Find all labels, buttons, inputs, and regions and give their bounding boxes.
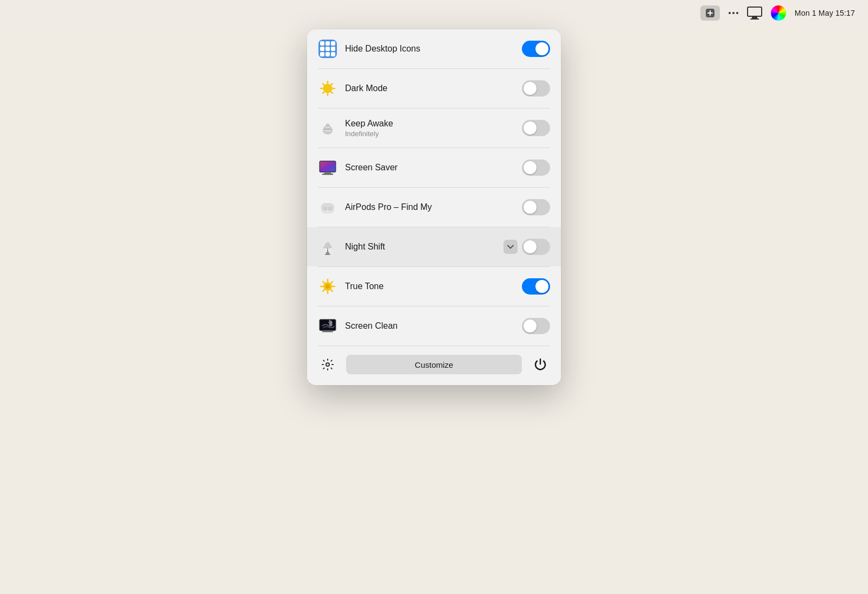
svg-rect-26: [325, 254, 330, 255]
svg-rect-2: [710, 10, 711, 16]
dark-mode-text: Dark Mode: [345, 83, 522, 93]
screen-clean-controls: [522, 318, 550, 334]
dark-mode-row: Dark Mode: [307, 69, 561, 108]
svg-rect-46: [322, 331, 334, 332]
one-switch-icon[interactable]: [700, 5, 720, 21]
svg-rect-27: [327, 248, 328, 252]
svg-point-44: [329, 320, 330, 322]
night-shift-row: Night Shift: [307, 227, 561, 266]
svg-rect-43: [328, 322, 330, 323]
svg-rect-42: [329, 321, 333, 326]
screen-clean-row: Screen Clean: [307, 306, 561, 346]
spectrum-icon[interactable]: [771, 5, 786, 21]
night-shift-toggle[interactable]: [522, 239, 550, 255]
true-tone-toggle[interactable]: [522, 278, 550, 295]
svg-line-29: [328, 249, 332, 251]
svg-line-14: [323, 92, 324, 93]
customize-button[interactable]: Customize: [346, 355, 522, 374]
keep-awake-controls: [522, 120, 550, 136]
true-tone-icon: [318, 277, 337, 296]
svg-line-28: [323, 249, 328, 251]
hide-desktop-icons-label: Hide Desktop Icons: [345, 43, 522, 54]
true-tone-text: True Tone: [345, 281, 522, 291]
svg-point-16: [326, 124, 329, 127]
night-shift-text: Night Shift: [345, 241, 503, 252]
airpods-controls: [522, 199, 550, 215]
svg-rect-4: [752, 17, 757, 18]
night-shift-controls: [503, 239, 550, 255]
night-shift-label: Night Shift: [345, 241, 503, 252]
hide-desktop-icons-controls: [522, 41, 550, 57]
screen-clean-toggle[interactable]: [522, 318, 550, 334]
airpods-text: AirPods Pro – Find My: [345, 202, 522, 212]
screen-saver-controls: [522, 159, 550, 176]
svg-rect-20: [324, 173, 331, 174]
customize-label: Customize: [415, 360, 454, 369]
hide-desktop-icons-toggle[interactable]: [522, 41, 550, 57]
svg-rect-25: [326, 252, 329, 254]
svg-point-39: [326, 284, 330, 289]
svg-rect-19: [320, 162, 335, 172]
keep-awake-text: Keep Awake Indefinitely: [345, 118, 522, 138]
airpods-toggle[interactable]: [522, 199, 550, 215]
datetime-display: Mon 1 May 15:17: [795, 9, 855, 17]
screen-clean-label: Screen Clean: [345, 321, 522, 331]
menubar: Mon 1 May 15:17: [0, 0, 868, 26]
keep-awake-row: Keep Awake Indefinitely: [307, 108, 561, 148]
screen-clean-icon: [318, 316, 337, 336]
bottom-bar: Customize: [307, 346, 561, 383]
power-button[interactable]: [531, 355, 550, 374]
screen-saver-text: Screen Saver: [345, 162, 522, 173]
svg-line-37: [331, 282, 333, 283]
svg-line-13: [331, 84, 333, 85]
screen-saver-toggle[interactable]: [522, 159, 550, 176]
svg-line-36: [331, 290, 333, 291]
svg-line-11: [323, 84, 324, 85]
svg-line-12: [331, 92, 333, 93]
keep-awake-toggle[interactable]: [522, 120, 550, 136]
svg-point-47: [326, 363, 329, 366]
dark-mode-toggle[interactable]: [522, 80, 550, 97]
screen-saver-label: Screen Saver: [345, 162, 522, 173]
screen-saver-row: Screen Saver: [307, 148, 561, 187]
svg-rect-5: [750, 18, 759, 20]
dark-mode-controls: [522, 80, 550, 97]
svg-rect-45: [324, 330, 331, 331]
night-shift-chevron-button[interactable]: [503, 240, 518, 254]
svg-rect-3: [748, 7, 762, 16]
true-tone-row: True Tone: [307, 267, 561, 306]
svg-line-38: [323, 290, 324, 291]
hide-desktop-icons-icon: [318, 39, 337, 59]
svg-rect-17: [324, 129, 331, 130]
popup-inner: Hide Desktop Icons: [307, 29, 561, 383]
hide-desktop-icons-row: Hide Desktop Icons: [307, 29, 561, 68]
display-menu-icon[interactable]: [747, 7, 762, 20]
settings-button[interactable]: [318, 355, 337, 374]
true-tone-controls: [522, 278, 550, 295]
keep-awake-icon: [318, 118, 337, 138]
svg-line-35: [323, 282, 324, 283]
dark-mode-label: Dark Mode: [345, 83, 522, 93]
night-shift-icon: [318, 237, 337, 257]
screen-clean-text: Screen Clean: [345, 321, 522, 331]
svg-rect-21: [322, 174, 334, 175]
airpods-row: AirPods Pro – Find My: [307, 188, 561, 227]
hide-desktop-icons-text: Hide Desktop Icons: [345, 43, 522, 54]
keep-awake-label: Keep Awake: [345, 118, 522, 129]
airpods-icon: [318, 197, 337, 217]
screen-saver-icon: [318, 158, 337, 177]
more-items-icon[interactable]: [729, 12, 738, 14]
dark-mode-icon: [318, 79, 337, 98]
true-tone-label: True Tone: [345, 281, 522, 291]
airpods-label: AirPods Pro – Find My: [345, 202, 522, 212]
keep-awake-subtitle: Indefinitely: [345, 130, 522, 138]
popup-panel: Hide Desktop Icons: [307, 29, 561, 385]
